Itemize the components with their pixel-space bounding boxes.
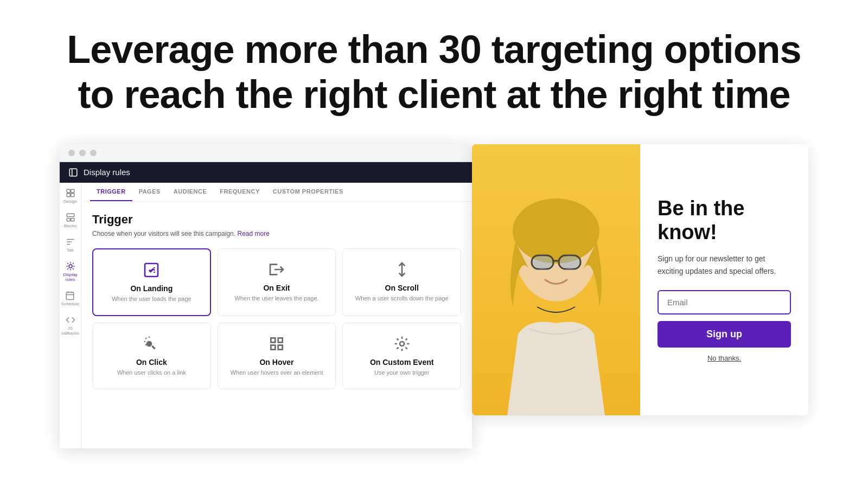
trigger-description: Choose when your visitors will see this … bbox=[92, 230, 461, 237]
display-rules-sidebar-label: Display rules bbox=[60, 272, 81, 282]
browser-dot-yellow bbox=[79, 150, 86, 156]
tabs-bar: TRIGGER PAGES AUDIENCE FREQUENCY CUSTOM … bbox=[81, 183, 472, 202]
popup-image-bg bbox=[472, 144, 640, 415]
display-rules-label: Display rules bbox=[84, 168, 130, 177]
callbacks-icon bbox=[66, 315, 75, 325]
on-custom-event-icon bbox=[393, 335, 411, 352]
blocks-label: Blocks bbox=[64, 223, 77, 228]
tab-custom-properties[interactable]: CUSTOM PROPERTIES bbox=[266, 183, 350, 201]
read-more-link[interactable]: Read more bbox=[237, 230, 269, 237]
svg-rect-6 bbox=[67, 214, 74, 216]
sidebar-item-display-rules[interactable]: Display rules bbox=[60, 261, 81, 282]
design-label: Design bbox=[63, 199, 77, 204]
browser-bar bbox=[60, 144, 472, 162]
on-scroll-icon bbox=[393, 261, 411, 278]
svg-rect-7 bbox=[67, 218, 70, 221]
on-landing-desc: When the user loads the page bbox=[112, 295, 192, 303]
trigger-card-on-hover[interactable]: On Hover When user hovers over an elemen… bbox=[218, 323, 336, 389]
svg-point-24 bbox=[560, 256, 579, 269]
on-custom-event-desc: Use your own trigger bbox=[374, 369, 430, 377]
svg-point-19 bbox=[513, 198, 599, 264]
on-landing-title: On Landing bbox=[130, 284, 173, 293]
popup-image-panel bbox=[472, 144, 640, 415]
popup-headline: Be in the know! bbox=[658, 197, 791, 244]
trigger-card-on-landing[interactable]: On Landing When the user loads the page bbox=[92, 248, 211, 316]
design-icon bbox=[66, 188, 75, 198]
tab-trigger[interactable]: TRIGGER bbox=[90, 183, 132, 201]
browser-body: Design Blocks Tab bbox=[60, 183, 472, 448]
on-exit-desc: When the user leaves the page. bbox=[234, 294, 318, 303]
trigger-card-on-click[interactable]: On Click When user clicks on a link bbox=[92, 323, 211, 389]
schedule-label: Schedule bbox=[61, 301, 79, 306]
email-input[interactable] bbox=[658, 290, 791, 314]
popup-preview: Be in the know! Sign up for our newslett… bbox=[472, 144, 808, 415]
schedule-icon bbox=[65, 291, 75, 300]
hero-section: Leverage more than 30 targeting options … bbox=[0, 0, 868, 139]
woman-illustration bbox=[475, 144, 637, 415]
hero-heading: Leverage more than 30 targeting options … bbox=[43, 27, 825, 117]
on-scroll-title: On Scroll bbox=[385, 284, 419, 292]
svg-rect-4 bbox=[67, 193, 70, 196]
on-landing-icon bbox=[143, 261, 160, 279]
display-rules-icon bbox=[66, 261, 75, 271]
svg-rect-10 bbox=[67, 292, 74, 300]
tab-icon bbox=[66, 237, 75, 247]
no-thanks-link[interactable]: No thanks. bbox=[658, 354, 791, 362]
on-click-icon bbox=[143, 335, 160, 352]
tab-label: Tab bbox=[67, 248, 74, 253]
bottom-section: Display rules Design bbox=[0, 139, 868, 448]
main-content-area: TRIGGER PAGES AUDIENCE FREQUENCY CUSTOM … bbox=[81, 183, 472, 448]
sidebar-item-design[interactable]: Design bbox=[63, 188, 77, 204]
display-rules-bar: Display rules bbox=[60, 162, 472, 183]
on-hover-icon bbox=[268, 335, 285, 352]
svg-rect-2 bbox=[67, 189, 70, 192]
sidebar-item-tab[interactable]: Tab bbox=[66, 237, 75, 253]
trigger-title: Trigger bbox=[92, 213, 461, 227]
tab-audience[interactable]: AUDIENCE bbox=[167, 183, 213, 201]
on-custom-event-title: On Custom Event bbox=[370, 358, 433, 367]
popup-subtext: Sign up for our newsletter to get exciti… bbox=[658, 253, 791, 277]
on-click-desc: When user clicks on a link bbox=[117, 369, 186, 377]
sidebar-item-callbacks[interactable]: JS callbacks bbox=[60, 315, 81, 336]
tab-pages[interactable]: PAGES bbox=[132, 183, 167, 201]
sidebar-item-schedule[interactable]: Schedule bbox=[61, 291, 79, 306]
blocks-icon bbox=[66, 213, 75, 222]
on-scroll-desc: When a user scrolls down the page bbox=[355, 294, 449, 303]
browser-dot-red bbox=[68, 150, 75, 156]
on-exit-title: On Exit bbox=[263, 284, 290, 292]
browser-mockup: Display rules Design bbox=[60, 144, 472, 448]
on-hover-desc: When user hovers over an element bbox=[230, 369, 323, 377]
svg-rect-3 bbox=[71, 189, 74, 192]
svg-point-9 bbox=[69, 265, 72, 268]
svg-point-23 bbox=[533, 256, 552, 269]
popup-form-panel: Be in the know! Sign up for our newslett… bbox=[640, 144, 808, 415]
trigger-section: Trigger Choose when your visitors will s… bbox=[81, 202, 472, 401]
svg-rect-0 bbox=[69, 169, 77, 176]
browser-dot-green bbox=[90, 150, 97, 156]
trigger-card-on-scroll[interactable]: On Scroll When a user scrolls down the p… bbox=[342, 248, 461, 316]
icon-sidebar: Design Blocks Tab bbox=[60, 183, 81, 448]
tab-frequency[interactable]: FREQUENCY bbox=[213, 183, 266, 201]
trigger-card-on-custom-event[interactable]: On Custom Event Use your own trigger bbox=[342, 323, 461, 389]
svg-rect-8 bbox=[71, 218, 74, 221]
sidebar-toggle-icon[interactable] bbox=[68, 168, 78, 177]
callbacks-label: JS callbacks bbox=[60, 326, 81, 336]
trigger-cards-grid: On Landing When the user loads the page … bbox=[92, 248, 461, 390]
on-exit-icon bbox=[268, 261, 285, 278]
svg-rect-5 bbox=[71, 193, 74, 196]
signup-button[interactable]: Sign up bbox=[658, 321, 791, 348]
trigger-card-on-exit[interactable]: On Exit When the user leaves the page. bbox=[218, 248, 336, 316]
sidebar-item-blocks[interactable]: Blocks bbox=[64, 213, 77, 228]
svg-point-16 bbox=[400, 342, 404, 346]
on-hover-title: On Hover bbox=[259, 358, 293, 367]
on-click-title: On Click bbox=[136, 358, 167, 367]
